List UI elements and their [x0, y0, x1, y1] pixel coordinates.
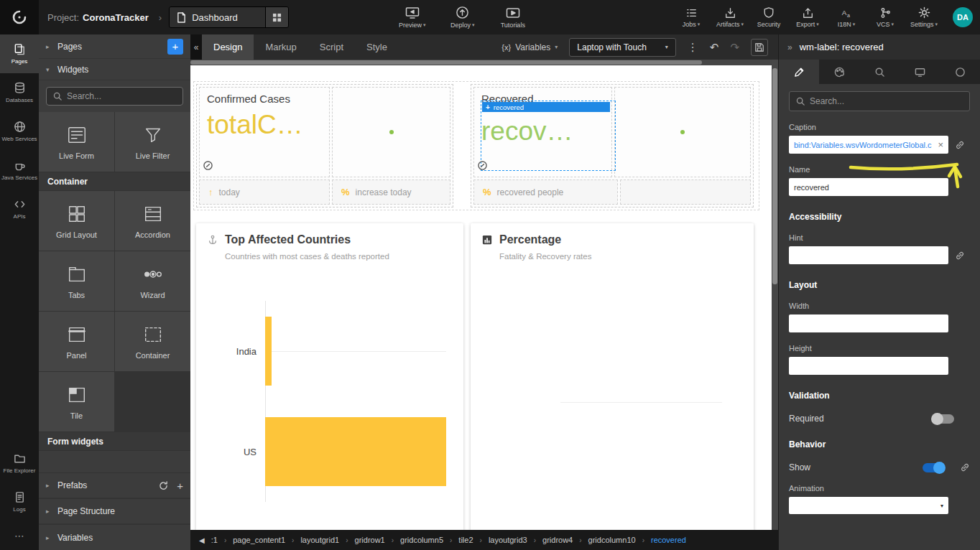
- prefabs-section-header[interactable]: ▸ Prefabs +: [39, 472, 190, 498]
- name-input[interactable]: recovered: [789, 178, 948, 196]
- bind-link-icon[interactable]: [960, 462, 970, 472]
- device-selector[interactable]: Laptop with Touch ▾: [569, 38, 676, 57]
- tab-script[interactable]: Script: [308, 34, 355, 60]
- recovered-value[interactable]: recov…: [481, 116, 604, 146]
- canvas-vertical-scrollbar[interactable]: [772, 60, 778, 530]
- collapse-left-panel-icon[interactable]: «: [190, 34, 202, 60]
- confirmed-footer-today[interactable]: ↑ today: [199, 180, 330, 205]
- save-button[interactable]: [751, 39, 768, 56]
- variables-section-header[interactable]: ▸ Variables: [39, 524, 190, 550]
- confirmed-footer-increase[interactable]: % increase today: [332, 180, 450, 205]
- breadcrumb-item[interactable]: layoutgrid1: [300, 536, 339, 544]
- add-page-button[interactable]: +: [167, 39, 183, 55]
- rail-item-file-explorer[interactable]: File Explorer: [0, 444, 39, 483]
- tab-properties[interactable]: [779, 60, 819, 84]
- page-selector[interactable]: Dashboard: [169, 6, 289, 28]
- undo-icon[interactable]: ↶: [710, 41, 719, 54]
- artifacts-button[interactable]: Artifacts▾: [714, 7, 746, 28]
- bar-india[interactable]: [265, 317, 272, 386]
- variables-button[interactable]: {x} Variables ▾: [501, 42, 558, 52]
- widget-wizard[interactable]: Wizard: [115, 251, 190, 311]
- widget-tabs[interactable]: Tabs: [39, 251, 114, 311]
- rail-item-web-services[interactable]: Web Services: [0, 112, 39, 151]
- rail-item-pages[interactable]: Pages: [0, 34, 39, 73]
- breadcrumb-back-icon[interactable]: ◀: [199, 536, 205, 544]
- widget-live-filter[interactable]: Live Filter: [115, 112, 190, 172]
- redo-icon[interactable]: ↷: [730, 41, 739, 54]
- width-input[interactable]: [789, 314, 948, 332]
- page-grid-button[interactable]: [265, 7, 288, 27]
- design-canvas[interactable]: Confirmed Cases totalC… ↑ today % increa…: [190, 60, 778, 530]
- confirmed-content-cell[interactable]: Confirmed Cases totalC…: [199, 87, 330, 177]
- preview-button[interactable]: Preview▾: [397, 6, 428, 29]
- tab-ring[interactable]: [940, 60, 980, 84]
- jobs-button[interactable]: Jobs▾: [675, 7, 707, 28]
- rail-item-apis[interactable]: APIs: [0, 190, 39, 228]
- tile-recovered[interactable]: Recovered + recovered recov… % recovered…: [471, 84, 754, 208]
- refresh-icon[interactable]: [159, 481, 168, 490]
- widget-container[interactable]: Container: [115, 312, 190, 371]
- tab-search-properties[interactable]: [859, 60, 900, 84]
- breadcrumb-item[interactable]: gridcolumn10: [588, 536, 636, 544]
- show-toggle[interactable]: [923, 463, 944, 472]
- breadcrumb-item[interactable]: gridrow1: [355, 536, 385, 544]
- recovered-content-cell[interactable]: Recovered + recovered recov…: [473, 87, 612, 177]
- widget-accordion[interactable]: Accordion: [115, 191, 190, 251]
- tab-markup[interactable]: Markup: [254, 34, 308, 60]
- pages-section-header[interactable]: ▸ Pages +: [39, 34, 190, 59]
- widget-search-input[interactable]: Search...: [46, 87, 183, 106]
- tab-device[interactable]: [900, 60, 940, 84]
- properties-search-input[interactable]: Search...: [789, 91, 970, 111]
- breadcrumb-item[interactable]: gridrow4: [542, 536, 573, 544]
- recovered-footer-empty[interactable]: [620, 180, 751, 205]
- avatar[interactable]: DA: [953, 7, 973, 27]
- bar-us[interactable]: [265, 417, 446, 486]
- animation-select[interactable]: ▾: [789, 497, 948, 514]
- hint-input[interactable]: [789, 246, 948, 264]
- h-scrollbar-thumb[interactable]: [190, 60, 702, 65]
- widget-tile[interactable]: Tile: [39, 372, 114, 432]
- caption-input[interactable]: bind:Variables.wsvWordometerGlobal.c ×: [789, 136, 948, 154]
- breadcrumb-item[interactable]: gridcolumn5: [400, 536, 443, 544]
- deploy-button[interactable]: Deploy▾: [447, 6, 479, 29]
- rail-item-logs[interactable]: Logs: [0, 483, 39, 521]
- bar-chart[interactable]: India US: [196, 301, 463, 502]
- tab-styles[interactable]: [819, 60, 859, 84]
- bind-link-icon[interactable]: [955, 251, 965, 261]
- clear-caption-icon[interactable]: ×: [938, 139, 943, 150]
- widget-grid-layout[interactable]: Grid Layout: [39, 191, 114, 251]
- settings-button[interactable]: Settings▾: [908, 6, 940, 28]
- export-button[interactable]: Export▾: [792, 7, 823, 28]
- widget-live-form[interactable]: Live Form: [39, 112, 114, 172]
- bind-link-icon[interactable]: [955, 140, 965, 150]
- panel-collapse-icon[interactable]: »: [787, 42, 792, 52]
- security-button[interactable]: Security: [753, 6, 785, 28]
- breadcrumb-item[interactable]: layoutgrid3: [489, 536, 527, 544]
- height-input[interactable]: [789, 357, 948, 375]
- more-options-icon[interactable]: ⋯: [0, 521, 39, 550]
- breadcrumb-item[interactable]: :1: [211, 536, 218, 544]
- confirmed-cases-value[interactable]: totalC…: [207, 110, 322, 140]
- breadcrumb-item-active[interactable]: recovered: [651, 536, 686, 544]
- breadcrumb-item[interactable]: page_content1: [233, 536, 285, 544]
- chevron-right-icon[interactable]: ›: [159, 12, 162, 23]
- vcs-button[interactable]: VCS▾: [869, 7, 901, 28]
- canvas-horizontal-scrollbar[interactable]: [190, 60, 772, 65]
- page-structure-section-header[interactable]: ▸ Page Structure: [39, 498, 190, 524]
- breadcrumb-item[interactable]: tile2: [458, 536, 473, 544]
- tile-confirmed-cases[interactable]: Confirmed Cases totalC… ↑ today % increa…: [196, 84, 453, 208]
- widgets-section-header[interactable]: ▾ Widgets: [39, 59, 190, 80]
- recovered-footer-people[interactable]: % recovered people: [473, 180, 618, 205]
- selected-widget-chip[interactable]: + recovered: [482, 102, 610, 112]
- tab-style[interactable]: Style: [355, 34, 399, 60]
- confirmed-cases-title[interactable]: Confirmed Cases: [207, 93, 322, 105]
- i18n-button[interactable]: Aa I18N▾: [831, 7, 862, 28]
- app-logo[interactable]: [0, 0, 39, 34]
- confirmed-empty-cell[interactable]: [332, 87, 450, 177]
- rail-item-databases[interactable]: Databases: [0, 73, 39, 112]
- rail-item-java-services[interactable]: Java Services: [0, 151, 39, 190]
- widget-panel[interactable]: Panel: [39, 312, 114, 371]
- tutorials-button[interactable]: Tutorials: [497, 6, 529, 29]
- tab-design[interactable]: Design: [202, 34, 254, 60]
- toolbar-more-icon[interactable]: ⋮: [688, 41, 698, 54]
